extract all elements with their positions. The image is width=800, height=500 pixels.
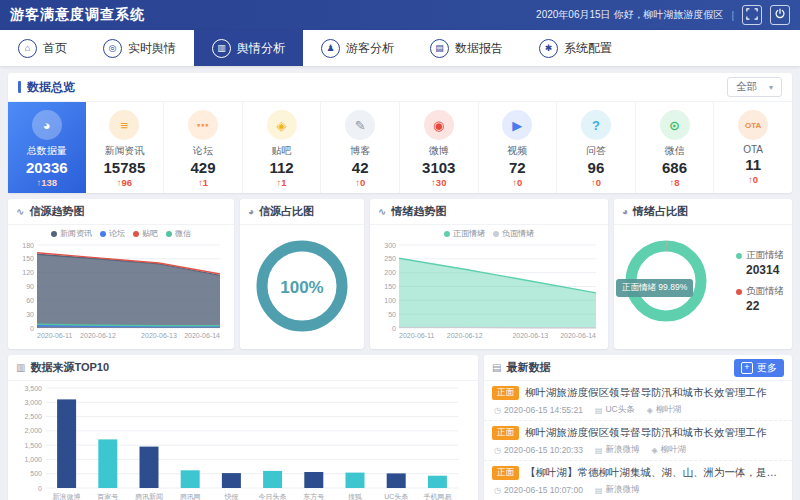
bar-chart-icon: ▥ bbox=[16, 362, 25, 373]
svg-text:30: 30 bbox=[26, 311, 34, 318]
sentiment-share-panel: ◕情绪占比图 正面情绪 99.89% 正面情绪 20314 负面情绪 22 bbox=[614, 199, 792, 349]
app-title: 游客满意度调查系统 bbox=[10, 6, 145, 24]
svg-text:200: 200 bbox=[384, 269, 396, 276]
nav-item-settings[interactable]: ✱系统配置 bbox=[521, 30, 630, 66]
sentiment-trend-panel: ∿情绪趋势图 正面情绪负面情绪 0501001502002503002020-0… bbox=[370, 199, 608, 349]
top10-bar-chart[interactable]: 05001,0001,5002,0002,5003,0003,500新浪微博百家… bbox=[12, 383, 466, 500]
sentiment-badge: 正面 bbox=[492, 466, 519, 480]
question-icon: ? bbox=[581, 110, 611, 140]
forum-icon: ⋯ bbox=[188, 110, 218, 140]
plus-icon: + bbox=[741, 362, 753, 374]
svg-text:120: 120 bbox=[22, 269, 34, 276]
svg-text:搜狐: 搜狐 bbox=[348, 493, 362, 500]
svg-text:250: 250 bbox=[384, 255, 396, 262]
chevron-down-icon: ▾ bbox=[769, 83, 773, 92]
clock-icon: ◷ bbox=[494, 406, 501, 415]
svg-text:2020-06-12: 2020-06-12 bbox=[80, 332, 116, 339]
section-title: 数据总览 bbox=[18, 79, 75, 96]
svg-text:3,000: 3,000 bbox=[24, 399, 42, 406]
sentiment-trend-chart[interactable]: 0501001502002503002020-06-112020-06-1220… bbox=[374, 240, 602, 340]
svg-text:0: 0 bbox=[30, 325, 34, 332]
location-icon: ◈ bbox=[647, 406, 653, 415]
svg-text:2020-06-13: 2020-06-13 bbox=[141, 332, 177, 339]
user-icon: ♟ bbox=[321, 39, 340, 58]
main-content: 数据总览 全部 ▾ ◕总数据量20336↑138 ≡新闻资讯15785↑96 ⋯… bbox=[0, 66, 800, 500]
stat-card-total[interactable]: ◕总数据量20336↑138 bbox=[8, 102, 86, 193]
pencil-icon: ✎ bbox=[345, 110, 375, 140]
panel-title: 最新数据 bbox=[506, 360, 550, 375]
latest-list: 正面柳叶湖旅游度假区领导督导防汛和城市长效管理工作 ◷2020-06-15 14… bbox=[484, 381, 792, 500]
nav-item-report[interactable]: ▤数据报告 bbox=[412, 30, 521, 66]
stat-card-ota[interactable]: OTAOTA11↑0 bbox=[714, 102, 792, 193]
nav-label: 实时舆情 bbox=[128, 40, 176, 57]
legend-dot-negative bbox=[736, 289, 742, 295]
home-icon: ⌂ bbox=[18, 39, 37, 58]
chart-tooltip: 正面情绪 99.89% bbox=[616, 279, 693, 297]
svg-text:500: 500 bbox=[30, 470, 42, 477]
svg-text:150: 150 bbox=[22, 255, 34, 262]
app-window: 游客满意度调查系统 2020年06月15日 你好，柳叶湖旅游度假区 | bbox=[0, 0, 800, 500]
stat-card-wechat[interactable]: ⊙微信686↑8 bbox=[636, 102, 715, 193]
list-icon: ▤ bbox=[492, 362, 501, 373]
nav-label: 首页 bbox=[43, 40, 67, 57]
stat-card-tieba[interactable]: ◈贴吧112↑1 bbox=[243, 102, 322, 193]
svg-text:2,500: 2,500 bbox=[24, 413, 42, 420]
stat-card-forum[interactable]: ⋯论坛429↑1 bbox=[164, 102, 243, 193]
svg-text:0: 0 bbox=[38, 485, 42, 492]
svg-text:UC头条: UC头条 bbox=[384, 493, 408, 500]
panel-title: 信源趋势图 bbox=[29, 204, 84, 219]
power-button[interactable] bbox=[770, 5, 790, 25]
list-item[interactable]: 正面柳叶湖旅游度假区领导督导防汛和城市长效管理工作 ◷2020-06-15 14… bbox=[484, 381, 792, 421]
source-trend-panel: ∿信源趋势图 新闻资讯论坛贴吧微信 03060901201501802020-0… bbox=[8, 199, 234, 349]
panel-title: 情绪占比图 bbox=[633, 204, 688, 219]
fullscreen-button[interactable] bbox=[742, 5, 762, 25]
pie-icon: ◕ bbox=[248, 206, 254, 217]
clock-icon: ◷ bbox=[494, 446, 501, 455]
stat-card-blog[interactable]: ✎博客42↑0 bbox=[321, 102, 400, 193]
source-icon: ▤ bbox=[595, 486, 603, 495]
news-title: 【柳叶湖】常德柳叶湖集城、湖、山、洲为一体，是天然温... bbox=[525, 466, 784, 480]
stat-card-qa[interactable]: ?问答96↑0 bbox=[557, 102, 636, 193]
panel-title: 信源占比图 bbox=[259, 204, 314, 219]
svg-text:今日头条: 今日头条 bbox=[259, 493, 287, 500]
nav-label: 舆情分析 bbox=[237, 40, 285, 57]
filter-select[interactable]: 全部 ▾ bbox=[727, 77, 782, 97]
source-share-chart[interactable]: 100% bbox=[255, 239, 349, 337]
legend-value-negative: 22 bbox=[746, 299, 784, 313]
nav-item-home[interactable]: ⌂首页 bbox=[0, 30, 85, 66]
stat-card-video[interactable]: ▶视频72↑0 bbox=[479, 102, 558, 193]
svg-text:2020-06-11: 2020-06-11 bbox=[37, 332, 72, 339]
nav-label: 游客分析 bbox=[346, 40, 394, 57]
svg-text:百家号: 百家号 bbox=[97, 493, 118, 500]
list-item[interactable]: 正面柳叶湖旅游度假区领导督导防汛和城市长效管理工作 ◷2020-06-15 10… bbox=[484, 421, 792, 461]
svg-text:新浪微博: 新浪微博 bbox=[53, 492, 81, 500]
stat-card-weibo[interactable]: ◉微博3103↑30 bbox=[400, 102, 479, 193]
sentiment-badge: 正面 bbox=[492, 426, 519, 440]
chart-legend: 新闻资讯论坛贴吧微信 bbox=[12, 227, 230, 240]
svg-text:快报: 快报 bbox=[223, 493, 238, 500]
legend-value-positive: 20314 bbox=[746, 263, 784, 277]
wechat-icon: ⊙ bbox=[660, 110, 690, 140]
nav-item-realtime[interactable]: ◎实时舆情 bbox=[85, 30, 194, 66]
clock-icon: ◷ bbox=[494, 486, 501, 495]
svg-text:50: 50 bbox=[388, 311, 396, 318]
svg-text:东方号: 东方号 bbox=[303, 492, 324, 500]
report-icon: ▤ bbox=[430, 39, 449, 58]
svg-text:2020-06-11: 2020-06-11 bbox=[399, 332, 434, 339]
title-marker bbox=[18, 81, 21, 93]
tag-icon: ◈ bbox=[267, 110, 297, 140]
nav-item-visitor[interactable]: ♟游客分析 bbox=[303, 30, 412, 66]
list-item[interactable]: 正面【柳叶湖】常德柳叶湖集城、湖、山、洲为一体，是天然温... ◷2020-06… bbox=[484, 461, 792, 500]
panel-title: 情绪趋势图 bbox=[391, 204, 446, 219]
nav-item-analysis[interactable]: ▥舆情分析 bbox=[194, 30, 303, 66]
source-trend-chart[interactable]: 03060901201501802020-06-112020-06-122020… bbox=[12, 240, 226, 340]
svg-text:腾讯新闻: 腾讯新闻 bbox=[135, 492, 163, 500]
more-button[interactable]: +更多 bbox=[734, 359, 784, 377]
latest-data-panel: ▤最新数据 +更多 正面柳叶湖旅游度假区领导督导防汛和城市长效管理工作 ◷202… bbox=[484, 355, 792, 500]
svg-text:手机网易: 手机网易 bbox=[423, 493, 451, 500]
svg-text:180: 180 bbox=[22, 242, 34, 249]
filter-value: 全部 bbox=[736, 80, 757, 94]
fullscreen-icon bbox=[746, 8, 758, 23]
main-nav: ⌂首页 ◎实时舆情 ▥舆情分析 ♟游客分析 ▤数据报告 ✱系统配置 bbox=[0, 30, 800, 66]
stat-card-news[interactable]: ≡新闻资讯15785↑96 bbox=[86, 102, 165, 193]
